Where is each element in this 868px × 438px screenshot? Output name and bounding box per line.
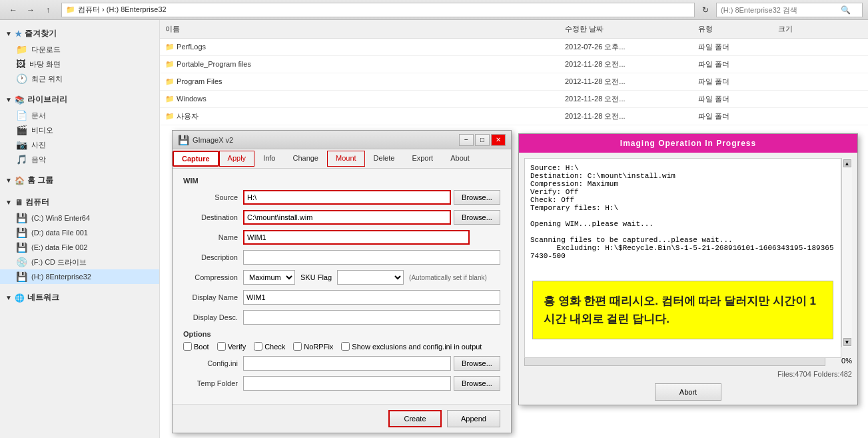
back-button[interactable]: ← (5, 3, 21, 17)
close-button[interactable]: ✕ (491, 134, 506, 146)
sidebar-item-music[interactable]: 🎵 음악 (0, 152, 159, 167)
boot-checkbox-label[interactable]: Boot (183, 342, 209, 351)
folder-icon (165, 60, 175, 68)
destination-browse-button[interactable]: Browse... (454, 210, 500, 225)
sidebar-item-downloads[interactable]: 📁 다운로드 (0, 42, 159, 57)
column-date-header[interactable]: 수정한 날짜 (560, 23, 693, 35)
imaging-title-bar: Imaging Operation In Progress (519, 134, 857, 153)
display-desc-input[interactable] (243, 310, 500, 325)
sidebar-item-h-drive[interactable]: 💾 (H:) 8Enterprise32 (0, 269, 159, 284)
auto-text: (Automatically set if blank) (409, 274, 487, 281)
tab-capture[interactable]: Capture (173, 151, 219, 167)
address-bar[interactable]: 📁 컴퓨터 › (H:) 8Enterprise32 (61, 3, 695, 17)
sidebar-section-network: ▼ 🌐 네트워크 (0, 289, 159, 306)
sidebar-header-favorites[interactable]: ▼ ★ 즐겨찾기 (0, 25, 159, 42)
tab-export[interactable]: Export (403, 151, 442, 167)
temp-folder-input[interactable] (243, 376, 451, 391)
check-checkbox-label[interactable]: Check (254, 342, 285, 351)
sidebar-section-homegroup: ▼ 🏠 홈 그룹 (0, 172, 159, 189)
source-input[interactable] (243, 190, 451, 205)
sidebar-item-desktop[interactable]: 🖼 바탕 화면 (0, 57, 159, 71)
check-checkbox[interactable] (254, 342, 262, 351)
file-date: 2012-11-28 오전... (560, 110, 693, 123)
sidebar-item-e-drive[interactable]: 💾 (E:) data File 002 (0, 240, 159, 255)
scrollbar-up-arrow[interactable]: ▲ (843, 159, 851, 167)
sidebar-item-documents[interactable]: 📄 문서 (0, 108, 159, 123)
dialog-controls: − □ ✕ (459, 134, 506, 146)
file-name: Portable_Program files (160, 59, 560, 70)
table-row[interactable]: Windows 2012-11-28 오전... 파일 폴더 (160, 91, 868, 108)
verify-checkbox[interactable] (217, 342, 226, 351)
sidebar-item-pictures[interactable]: 📷 사진 (0, 137, 159, 152)
sidebar-item-c-drive[interactable]: 💾 (C:) Win8 Enter64 (0, 211, 159, 225)
scrollbar[interactable]: ▲ ▼ (841, 158, 852, 347)
sidebar-item-f-drive[interactable]: 💿 (F:) CD 드라이브 (0, 255, 159, 269)
column-type-header[interactable]: 유형 (693, 23, 773, 35)
file-type: 파일 폴더 (693, 41, 773, 53)
search-bar[interactable]: 🔍 (716, 3, 863, 17)
description-input[interactable] (243, 250, 500, 265)
compression-select[interactable]: Maximum Fast None (243, 270, 295, 285)
temp-folder-browse-button[interactable]: Browse... (454, 376, 500, 391)
show-exclusions-checkbox[interactable] (341, 342, 350, 351)
sku-flag-label: SKU Flag (300, 273, 332, 281)
forward-button[interactable]: → (23, 3, 39, 17)
sidebar-item-recent[interactable]: 🕐 최근 위치 (0, 71, 159, 86)
sidebar-item-video[interactable]: 🎬 비디오 (0, 123, 159, 137)
create-button[interactable]: Create (388, 410, 442, 427)
table-row[interactable]: Portable_Program files 2012-11-28 오전... … (160, 56, 868, 73)
column-size-header[interactable]: 크기 (773, 23, 839, 35)
temp-folder-label: Temp Folder (183, 379, 243, 387)
file-size (773, 46, 839, 49)
description-label: Description (183, 253, 243, 261)
source-browse-button[interactable]: Browse... (454, 190, 500, 205)
file-type: 파일 폴더 (693, 110, 773, 123)
sidebar-header-computer[interactable]: ▼ 🖥 컴퓨터 (0, 194, 159, 211)
name-input[interactable] (243, 230, 470, 245)
tab-change[interactable]: Change (284, 151, 327, 167)
verify-checkbox-label[interactable]: Verify (217, 342, 246, 351)
video-icon: 🎬 (16, 125, 27, 135)
config-ini-browse-button[interactable]: Browse... (454, 356, 500, 371)
scrollbar-down-arrow[interactable]: ▼ (843, 338, 851, 346)
arrow-icon: ▼ (5, 177, 12, 184)
maximize-button[interactable]: □ (475, 134, 490, 146)
table-row[interactable]: 사용자 2012-11-28 오전... 파일 폴더 (160, 108, 868, 125)
refresh-button[interactable]: ↻ (697, 3, 713, 17)
sidebar-header-library[interactable]: ▼ 📚 라이브러리 (0, 91, 159, 108)
imaging-window: Imaging Operation In Progress Source: H:… (518, 133, 858, 405)
table-row[interactable]: Program Files 2012-11-28 오전... 파일 폴더 (160, 73, 868, 91)
search-input[interactable] (721, 6, 841, 14)
display-name-input[interactable] (243, 290, 500, 305)
file-type: 파일 폴더 (693, 75, 773, 88)
sidebar-header-network[interactable]: ▼ 🌐 네트워크 (0, 289, 159, 306)
tab-delete[interactable]: Delete (365, 151, 404, 167)
append-button[interactable]: Append (447, 410, 500, 427)
destination-input[interactable] (243, 210, 451, 225)
tab-info[interactable]: Info (254, 151, 284, 167)
music-icon: 🎵 (16, 154, 27, 165)
sidebar-header-homegroup[interactable]: ▼ 🏠 홈 그룹 (0, 172, 159, 189)
sidebar-item-label: 최근 위치 (31, 74, 63, 84)
up-button[interactable]: ↑ (40, 3, 56, 17)
imaging-title-text: Imaging Operation In Progress (620, 139, 756, 148)
sku-flag-select[interactable] (337, 270, 404, 285)
show-exclusions-checkbox-label[interactable]: Show exclusions and config.ini in output (341, 342, 482, 351)
boot-checkbox[interactable] (183, 342, 192, 351)
config-ini-input[interactable] (243, 356, 451, 371)
norpfix-label: NoRPFix (304, 343, 333, 351)
arrow-icon: ▼ (5, 96, 12, 103)
tab-apply[interactable]: Apply (219, 151, 255, 167)
table-row[interactable]: PerfLogs 2012-07-26 오후... 파일 폴더 (160, 39, 868, 56)
sidebar-item-d-drive[interactable]: 💾 (D:) data File 001 (0, 225, 159, 240)
tab-about[interactable]: About (442, 151, 478, 167)
tab-mount[interactable]: Mount (327, 151, 365, 167)
minimize-button[interactable]: − (459, 134, 474, 146)
dialog-footer: Create Append (173, 404, 511, 433)
column-name-header[interactable]: 이름 (160, 23, 560, 35)
sidebar-item-label: (D:) data File 001 (31, 229, 88, 237)
abort-button[interactable]: Abort (655, 383, 721, 401)
options-label: Options (183, 330, 500, 338)
norpfix-checkbox[interactable] (293, 342, 302, 351)
norpfix-checkbox-label[interactable]: NoRPFix (293, 342, 333, 351)
